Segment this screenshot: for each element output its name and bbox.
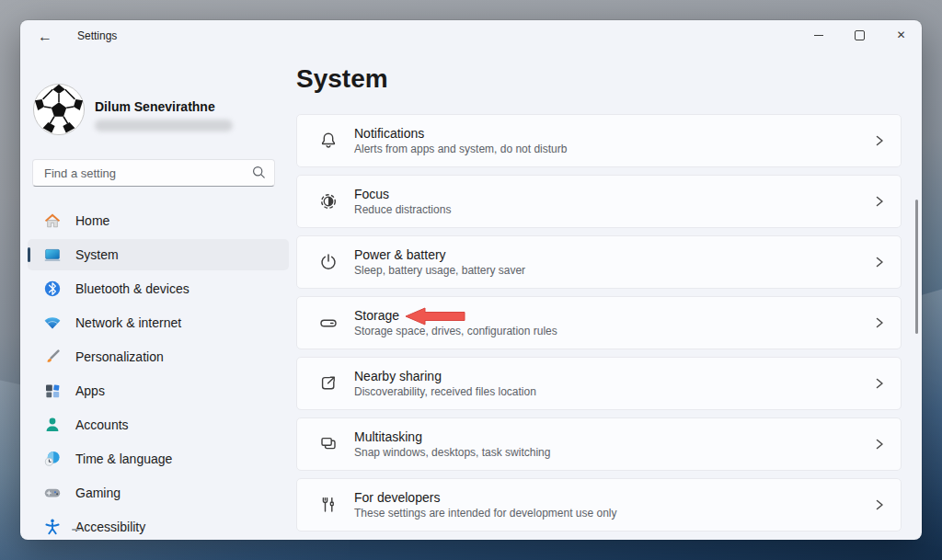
row-text: For developers These settings are intend… [354, 490, 617, 520]
apps-icon [43, 382, 62, 400]
gaming-icon [43, 484, 62, 502]
profile-name: Dilum Senevirathne [95, 99, 215, 114]
row-subtitle: Alerts from apps and system, do not dist… [354, 143, 567, 155]
row-title: Storage [354, 308, 557, 323]
maximize-button[interactable] [839, 20, 880, 50]
settings-window: ← Settings ✕ [20, 20, 922, 540]
selection-indicator [28, 247, 30, 262]
sidebar-item-network-internet[interactable]: Network & internet [28, 307, 289, 338]
row-title: Power & battery [354, 247, 525, 262]
minimize-icon [814, 35, 823, 36]
sidebar-item-label: System [75, 247, 119, 262]
row-subtitle: Discoverability, received files location [354, 385, 536, 398]
clipped-sidebar-item [72, 529, 80, 531]
titlebar: ← Settings ✕ [20, 20, 922, 51]
selection-indicator [28, 520, 30, 534]
window-title: Settings [77, 29, 117, 42]
close-icon: ✕ [896, 29, 905, 41]
devtools-icon [318, 495, 339, 515]
selection-indicator [28, 417, 30, 432]
sidebar-item-bluetooth-devices[interactable]: Bluetooth & devices [28, 273, 289, 304]
settings-row-focus[interactable]: Focus Reduce distractions [296, 175, 902, 228]
row-title: Multitasking [354, 429, 550, 444]
profile-email-redacted [95, 120, 233, 131]
row-title: Focus [354, 187, 451, 201]
search-box [32, 159, 275, 187]
desktop-wallpaper: ← Settings ✕ [0, 0, 942, 560]
sidebar-item-gaming[interactable]: Gaming [28, 477, 289, 509]
chevron-right-icon [873, 437, 886, 451]
sidebar-item-accessibility[interactable]: Accessibility [28, 511, 289, 540]
power-icon [318, 252, 339, 272]
row-title: Notifications [354, 126, 567, 141]
accounts-icon [43, 416, 62, 434]
selection-indicator [28, 486, 30, 500]
settings-rows: Notifications Alerts from apps and syste… [296, 114, 902, 539]
minimize-button[interactable] [798, 20, 839, 50]
row-text: Notifications Alerts from apps and syste… [354, 126, 567, 155]
settings-row-multitasking[interactable]: Multitasking Snap windows, desktops, tas… [296, 417, 902, 471]
search-icon [251, 165, 267, 180]
row-title: Nearby sharing [354, 369, 536, 383]
settings-row-for-developers[interactable]: For developers These settings are intend… [296, 478, 902, 531]
personalization-icon [43, 348, 62, 366]
selection-indicator [28, 315, 30, 330]
selection-indicator [28, 349, 30, 364]
bell-icon [318, 131, 339, 151]
multitask-icon [318, 434, 339, 454]
sidebar-item-label: Gaming [75, 486, 121, 500]
storage-icon [318, 313, 339, 333]
window-controls: ✕ [798, 20, 922, 50]
sidebar-item-label: Personalization [75, 349, 164, 364]
system-icon [43, 246, 62, 264]
avatar[interactable] [32, 83, 86, 136]
sidebar-item-personalization[interactable]: Personalization [28, 341, 289, 372]
settings-row-power-battery[interactable]: Power & battery Sleep, battery usage, ba… [296, 235, 902, 289]
maximize-icon [855, 30, 865, 40]
row-subtitle: These settings are intended for developm… [354, 507, 617, 520]
page-title: System [296, 64, 388, 94]
row-subtitle: Reduce distractions [354, 203, 451, 216]
chevron-right-icon [873, 376, 886, 391]
sidebar-item-label: Accessibility [75, 520, 145, 534]
selection-indicator [28, 383, 30, 398]
selection-indicator [28, 451, 30, 466]
home-icon [43, 211, 62, 230]
settings-row-nearby-sharing[interactable]: Nearby sharing Discoverability, received… [296, 357, 902, 410]
sidebar-item-home[interactable]: Home [28, 205, 289, 236]
sidebar-item-time-language[interactable]: Time & language [28, 443, 289, 474]
row-text: Focus Reduce distractions [354, 187, 451, 216]
selection-indicator [28, 213, 30, 228]
back-button[interactable]: ← [31, 24, 59, 50]
sidebar: Dilum Senevirathne Home System Bluetooth… [20, 51, 296, 540]
chevron-right-icon [873, 255, 886, 269]
row-text: Storage Storage space, drives, configura… [354, 308, 557, 337]
bluetooth-icon [43, 280, 62, 298]
sidebar-item-accounts[interactable]: Accounts [28, 409, 289, 440]
sidebar-item-label: Time & language [75, 451, 172, 466]
accessibility-icon [43, 518, 62, 536]
focus-icon [318, 191, 339, 211]
chevron-right-icon [873, 133, 886, 148]
network-icon [43, 314, 62, 332]
row-text: Power & battery Sleep, battery usage, ba… [354, 247, 525, 277]
chevron-right-icon [873, 497, 886, 512]
row-subtitle: Snap windows, desktops, task switching [354, 446, 550, 459]
sidebar-item-label: Network & internet [75, 315, 181, 330]
settings-row-storage[interactable]: Storage Storage space, drives, configura… [296, 296, 902, 349]
sidebar-item-label: Home [75, 213, 109, 228]
sidebar-item-system[interactable]: System [28, 239, 289, 270]
chevron-right-icon [873, 194, 886, 209]
row-text: Nearby sharing Discoverability, received… [354, 369, 536, 398]
sidebar-item-label: Apps [75, 383, 105, 398]
sidebar-item-apps[interactable]: Apps [28, 375, 289, 406]
selection-indicator [28, 281, 30, 296]
row-subtitle: Sleep, battery usage, battery saver [354, 264, 525, 277]
row-subtitle: Storage space, drives, configuration rul… [354, 325, 557, 337]
row-title: For developers [354, 490, 617, 505]
sidebar-item-label: Accounts [75, 417, 129, 432]
search-input[interactable] [42, 160, 244, 186]
close-button[interactable]: ✕ [880, 20, 922, 50]
scrollbar-thumb[interactable] [915, 200, 918, 334]
settings-row-notifications[interactable]: Notifications Alerts from apps and syste… [296, 114, 902, 167]
